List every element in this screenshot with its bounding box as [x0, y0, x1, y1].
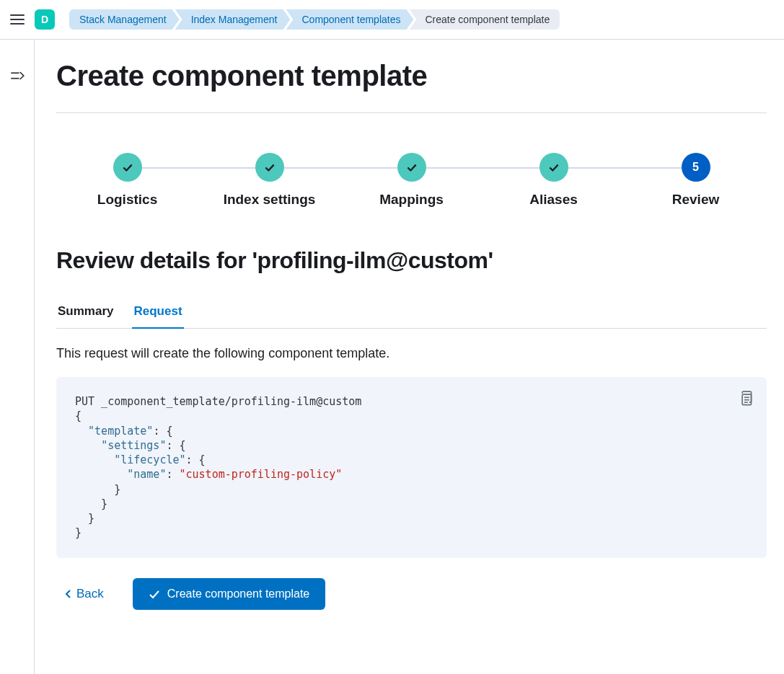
main-content: Create component template LogisticsIndex… — [35, 40, 784, 674]
back-button[interactable]: Back — [65, 587, 104, 601]
code-line: "settings": { — [75, 438, 748, 453]
breadcrumb-current: Create component template — [409, 9, 560, 30]
review-tabs: Summary Request — [56, 297, 767, 329]
step-connector — [128, 167, 270, 169]
wizard-step-logistics[interactable]: Logistics — [56, 153, 198, 208]
step-check-icon — [539, 153, 568, 182]
step-number-icon: 5 — [682, 153, 710, 182]
request-description: This request will create the following c… — [56, 346, 767, 361]
breadcrumbs: Stack Management Index Management Compon… — [69, 9, 555, 30]
wizard-step-mappings[interactable]: Mappings — [340, 153, 483, 208]
wizard-step-review[interactable]: 5Review — [625, 153, 767, 208]
step-label: Mappings — [379, 192, 444, 208]
page-title: Create component template — [56, 60, 767, 92]
divider — [56, 112, 767, 113]
back-label: Back — [76, 587, 104, 601]
workspace-badge[interactable]: D — [35, 9, 55, 30]
step-connector — [270, 167, 412, 169]
step-label: Review — [672, 192, 719, 208]
copy-icon[interactable] — [738, 390, 754, 406]
code-line: } — [75, 482, 748, 497]
wizard-step-index-settings[interactable]: Index settings — [198, 153, 340, 208]
wizard-step-aliases[interactable]: Aliases — [483, 153, 625, 208]
step-connector — [554, 167, 696, 169]
create-button-label: Create component template — [167, 587, 309, 600]
step-label: Index settings — [224, 192, 316, 208]
request-code-block: PUT _component_template/profiling-ilm@cu… — [56, 377, 767, 558]
breadcrumb-component-templates[interactable]: Component templates — [286, 9, 413, 30]
create-component-template-button[interactable]: Create component template — [133, 578, 325, 610]
chevron-left-icon — [65, 588, 72, 600]
step-check-icon — [255, 153, 284, 182]
check-icon — [149, 588, 160, 600]
review-title: Review details for 'profiling-ilm@custom… — [56, 247, 767, 274]
layout: Create component template LogisticsIndex… — [0, 40, 784, 674]
step-label: Logistics — [97, 192, 157, 208]
step-check-icon — [113, 153, 142, 182]
sidebar — [0, 40, 35, 674]
breadcrumb-stack-management[interactable]: Stack Management — [69, 9, 180, 30]
top-header: D Stack Management Index Management Comp… — [0, 0, 784, 40]
code-line: "lifecycle": { — [75, 453, 748, 467]
expand-sidebar-icon[interactable] — [10, 68, 25, 83]
code-line: "template": { — [75, 424, 748, 438]
code-line: { — [75, 409, 748, 423]
hamburger-menu-icon[interactable] — [9, 11, 26, 28]
code-line: } — [75, 497, 748, 511]
step-label: Aliases — [529, 192, 578, 208]
code-line: PUT _component_template/profiling-ilm@cu… — [75, 394, 748, 409]
code-line: } — [75, 511, 748, 526]
code-line: } — [75, 526, 748, 540]
code-line: "name": "custom-profiling-policy" — [75, 467, 748, 482]
wizard-steps: LogisticsIndex settingsMappingsAliases5R… — [56, 153, 767, 208]
breadcrumb-index-management[interactable]: Index Management — [175, 9, 291, 30]
step-check-icon — [397, 153, 426, 182]
step-connector — [412, 167, 554, 169]
tab-summary[interactable]: Summary — [56, 297, 115, 328]
footer-actions: Back Create component template — [56, 578, 767, 610]
tab-request[interactable]: Request — [132, 297, 183, 328]
